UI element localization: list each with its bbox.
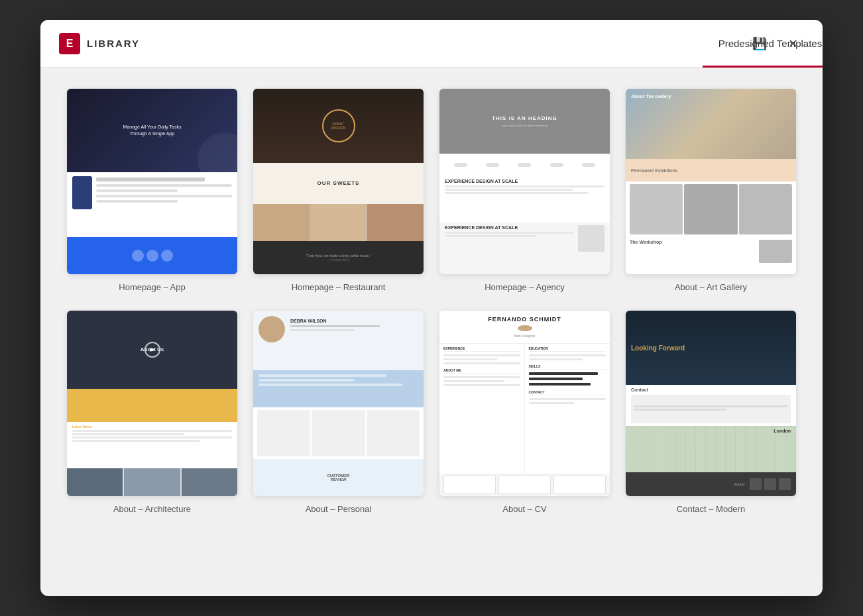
template-label-homepage-restaurant: Homepage – Restaurant: [292, 282, 386, 292]
template-thumbnail-homepage-restaurant: DONUTPASSION OUR SWEETS "Tasty food, set…: [253, 89, 424, 274]
modal-header: E LIBRARY Predesigned Templates My Templ…: [40, 20, 823, 68]
logo-area: E LIBRARY: [59, 33, 140, 54]
template-thumbnail-about-art-gallery: About The Gallery Permanent Exhibitions …: [626, 89, 796, 274]
library-modal: E LIBRARY Predesigned Templates My Templ…: [40, 20, 823, 596]
template-card-contact-modern[interactable]: Looking Forward Contact: [626, 311, 796, 514]
template-thumbnail-contact-modern: Looking Forward Contact: [626, 311, 796, 496]
template-thumbnail-about-architecture: About Us ▶ Latest News: [67, 311, 237, 496]
template-card-homepage-app[interactable]: Manage All Your Daily TasksThrough A Sin…: [67, 89, 237, 292]
template-card-homepage-restaurant[interactable]: DONUTPASSION OUR SWEETS "Tasty food, set…: [253, 89, 424, 292]
template-thumbnail-homepage-app: Manage All Your Daily TasksThrough A Sin…: [67, 89, 237, 274]
template-card-about-cv[interactable]: FERNANDO SCHMIDT Web Designer EXPERIENCE…: [439, 311, 610, 514]
template-card-about-architecture[interactable]: About Us ▶ Latest News: [67, 311, 237, 514]
template-thumbnail-about-cv: FERNANDO SCHMIDT Web Designer EXPERIENCE…: [439, 311, 610, 496]
template-label-about-cv: About – CV: [502, 504, 547, 514]
template-card-about-art-gallery[interactable]: About The Gallery Permanent Exhibitions …: [626, 89, 796, 292]
template-label-about-art-gallery: About – Art Gallery: [675, 282, 747, 292]
template-grid-container: Manage All Your Daily TasksThrough A Sin…: [40, 68, 823, 596]
elementor-logo-icon: E: [59, 33, 80, 54]
library-title: LIBRARY: [87, 38, 140, 49]
template-label-homepage-agency: Homepage – Agency: [485, 282, 565, 292]
template-label-about-personal: About – Personal: [306, 504, 372, 514]
template-card-homepage-agency[interactable]: THIS IS AN HEADING Lorem ipsum dolor sit…: [439, 89, 610, 292]
template-label-about-architecture: About – Architecture: [113, 504, 191, 514]
template-thumbnail-about-personal: DEBRA WILSON: [253, 311, 424, 496]
tab-predesigned[interactable]: Predesigned Templates: [703, 20, 823, 68]
template-grid: Manage All Your Daily TasksThrough A Sin…: [67, 89, 796, 514]
template-thumbnail-homepage-agency: THIS IS AN HEADING Lorem ipsum dolor sit…: [439, 89, 610, 274]
template-card-about-personal[interactable]: DEBRA WILSON: [253, 311, 424, 514]
header-tabs: Predesigned Templates My Templates: [703, 20, 823, 67]
template-label-homepage-app: Homepage – App: [119, 282, 185, 292]
template-label-contact-modern: Contact – Modern: [677, 504, 745, 514]
